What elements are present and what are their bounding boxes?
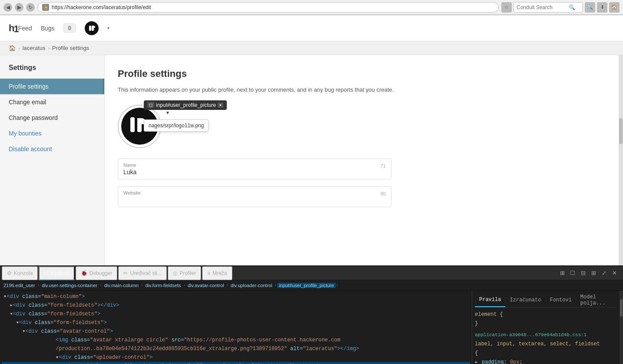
html-line-8[interactable]: <input id="user_profile_picture" type="u…: [2, 362, 470, 364]
devtools-tab-settings[interactable]: ⚙ Konzola: [2, 266, 38, 280]
devtools-tab-debugger[interactable]: 🐞 Debugger: [76, 266, 118, 280]
tooltip-icon: ◻: [147, 102, 154, 108]
conduit-search-bar[interactable]: 🔍: [514, 2, 583, 13]
address-bar[interactable]: 🔒 https://hackerone.com/laceratus/profil…: [37, 2, 499, 13]
tooltip-url: nages/srpr/logo11w.png: [144, 119, 209, 132]
download-icon[interactable]: ⬇: [597, 2, 607, 13]
website-field: Website 80: [118, 186, 391, 207]
css-rule1-open: {: [475, 349, 617, 358]
breadcrumb-edit-user[interactable]: 2196.edit_user: [2, 283, 37, 288]
app-header: h1 Feed Bugs 0 ▾: [0, 15, 623, 41]
css-selector-text: element: [475, 311, 500, 318]
home-icon[interactable]: 🏠: [609, 2, 620, 13]
devtools-scrollbar[interactable]: [620, 291, 623, 364]
sidebar-item-profile-settings[interactable]: Profile settings: [0, 79, 104, 94]
profiler-icon: ◎: [173, 270, 177, 276]
style-editor-label: Uređivač sti...: [130, 270, 162, 276]
breadcrumb-form-fieldsets[interactable]: div.form-fieldsets: [143, 283, 182, 288]
html-line-4: ▾<div class="form-fieldsets">: [2, 318, 470, 327]
notifications-badge[interactable]: 0: [63, 23, 76, 33]
name-input[interactable]: [123, 169, 386, 175]
user-avatar[interactable]: [85, 21, 99, 35]
header-nav: Feed Bugs 0 ▾: [18, 21, 109, 35]
content-area: Settings Profile settings Change email C…: [0, 55, 623, 265]
website-count: 80: [381, 191, 386, 196]
logo-1: 1: [13, 23, 18, 34]
sidebar-item-disable-account[interactable]: Disable account: [0, 141, 104, 157]
breadcrumb-uploader-control[interactable]: div.uploader-control: [229, 283, 274, 288]
html-line-3: ▾<div class="form-fieldsets">: [2, 310, 470, 318]
devtools-body: ▾<div class="main-column"> ▸<div class="…: [0, 291, 623, 364]
home-breadcrumb[interactable]: 🏠: [9, 45, 16, 51]
css-brace-close-1: }: [475, 319, 617, 328]
page-title: Profile settings: [118, 68, 606, 79]
reload-button[interactable]: ↻: [26, 3, 35, 12]
sidebar-item-change-email[interactable]: Change email: [0, 94, 104, 110]
search-icon-btn[interactable]: 🔍: [585, 2, 595, 13]
sidebar-item-my-bounties[interactable]: My bounties: [0, 126, 104, 141]
name-label: Name: [123, 162, 386, 168]
profiler-label: Profiler: [179, 270, 196, 276]
breadcrumb-user-settings[interactable]: div.user-settings-container: [40, 283, 99, 288]
devtools-tab-style-editor[interactable]: ✏ Uređivač sti...: [118, 266, 167, 280]
user-breadcrumb[interactable]: laceratus: [23, 45, 46, 51]
devtools-scroll-thumb[interactable]: [620, 299, 623, 317]
bugs-link[interactable]: Bugs: [41, 25, 55, 32]
name-field: Name 71: [118, 159, 391, 179]
ispitivac-label: Ispitivač: [50, 270, 69, 276]
css-tab-computed[interactable]: Izračunato: [505, 293, 545, 307]
devtools-icon-pick[interactable]: ☐: [568, 269, 577, 278]
search-icon: 🔍: [569, 4, 575, 10]
lock-icon: 🔒: [42, 4, 49, 11]
tooltip-text: input#user_profile_picture: [156, 102, 216, 108]
devtools-tab-network[interactable]: ≡ Mreža: [202, 266, 232, 280]
back-button[interactable]: ◀: [3, 3, 12, 12]
devtools: ⚙ Konzola ◻ Ispitivač 🐞 Debugger ✏ Uređi…: [0, 265, 623, 364]
breadcrumb-avatar-control[interactable]: div.avatar-control: [186, 283, 226, 288]
name-field-wrapper: Name 71: [118, 159, 391, 179]
devtools-tab-profiler[interactable]: ◎ Profiler: [168, 266, 201, 280]
app-logo[interactable]: h1: [9, 23, 18, 34]
website-label: Website: [123, 190, 386, 195]
css-tab-fonts[interactable]: Fontovi: [545, 293, 576, 307]
app-wrapper: h1 Feed Bugs 0 ▾ 🏠 › laceratus › Prof: [0, 15, 623, 364]
css-tab-rules[interactable]: Pravila: [475, 293, 505, 307]
feed-link[interactable]: Feed: [18, 25, 32, 32]
forward-button[interactable]: ▶: [15, 3, 23, 12]
breadcrumb-input-profile-picture[interactable]: input#user_profile_picture: [277, 283, 336, 288]
devtools-icon-undock[interactable]: ⤢: [600, 269, 608, 278]
website-input[interactable]: [123, 196, 386, 203]
breadcrumb-sep-1: ›: [18, 46, 20, 51]
breadcrumb-sep-2: ›: [48, 46, 50, 51]
breadcrumb: 🏠 › laceratus › Profile settings: [0, 41, 623, 55]
website-field-wrapper: Website 80: [118, 186, 391, 207]
tooltip-dropdown-btn[interactable]: ▾: [218, 103, 223, 108]
devtools-icon-dock[interactable]: ⊞: [589, 269, 598, 278]
settings-icon: ⚙: [7, 270, 12, 276]
right-scrollbar[interactable]: [619, 55, 623, 265]
debugger-label: Debugger: [89, 270, 113, 276]
css-rule1-link: application-a39048...679e04ab1d4b.css:1: [475, 331, 617, 340]
right-scroll-thumb[interactable]: [619, 118, 623, 144]
bookmark-icon[interactable]: ☆: [501, 2, 512, 13]
devtools-right-icons: ⊞ ☐ ⊟ ⊞ ⤢ ✕: [555, 269, 621, 278]
html-line-6b: /production..ba78e04e5474122b3c24edd8859…: [2, 344, 470, 353]
devtools-tab-inspector[interactable]: ◻ Ispitivač: [39, 266, 74, 280]
conduit-search-input[interactable]: [517, 4, 569, 10]
devtools-css-panel: Pravila Izračunato Fontovi Model polja..…: [472, 291, 620, 364]
header-dropdown-arrow[interactable]: ▾: [107, 26, 109, 30]
browser-chrome: ◀ ▶ ↻ 🔒 https://hackerone.com/laceratus/…: [0, 0, 623, 15]
network-label: Mreža: [212, 270, 227, 276]
network-icon: ≡: [207, 270, 210, 276]
devtools-icon-console[interactable]: ⊟: [579, 269, 587, 278]
devtools-element-breadcrumb: 2196.edit_user › div.user-settings-conta…: [0, 280, 623, 291]
devtools-icon-close[interactable]: ✕: [610, 269, 619, 278]
html-line-2: ▸<div class="form-fieldsets"></div>: [2, 301, 470, 310]
html-line-1: ▾<div class="main-column">: [2, 292, 470, 301]
css-tab-box-model[interactable]: Model polja...: [576, 293, 617, 307]
sidebar-item-change-password[interactable]: Change password: [0, 110, 104, 126]
breadcrumb-main-column[interactable]: div.main-column: [103, 283, 140, 288]
browser-toolbar: ◀ ▶ ↻ 🔒 https://hackerone.com/laceratus/…: [0, 0, 623, 15]
devtools-icon-responsive[interactable]: ⊞: [558, 269, 567, 278]
url-text: https://hackerone.com/laceratus/profile/…: [52, 4, 485, 10]
